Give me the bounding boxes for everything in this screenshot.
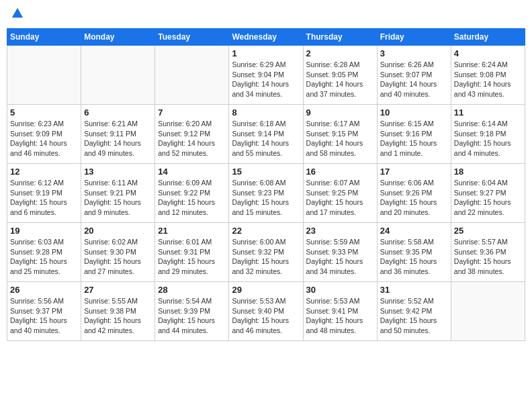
day-info: Sunrise: 6:08 AMSunset: 9:23 PMDaylight:…: [232, 178, 300, 218]
weekday-header: Saturday: [451, 29, 525, 46]
day-number: 9: [306, 107, 374, 118]
day-info: Sunrise: 5:56 AMSunset: 9:37 PMDaylight:…: [10, 296, 78, 336]
calendar-cell: 11Sunrise: 6:14 AMSunset: 9:18 PMDayligh…: [451, 105, 525, 164]
day-info: Sunrise: 5:55 AMSunset: 9:38 PMDaylight:…: [84, 296, 152, 336]
day-info: Sunrise: 5:52 AMSunset: 9:42 PMDaylight:…: [380, 296, 448, 336]
day-number: 21: [158, 226, 226, 236]
day-info: Sunrise: 5:53 AMSunset: 9:41 PMDaylight:…: [306, 296, 374, 336]
calendar-cell: 7Sunrise: 6:20 AMSunset: 9:12 PMDaylight…: [155, 105, 229, 164]
day-number: 11: [454, 107, 522, 118]
calendar-cell: 22Sunrise: 6:00 AMSunset: 9:32 PMDayligh…: [229, 223, 303, 282]
day-number: 23: [306, 226, 374, 236]
calendar-cell: 4Sunrise: 6:24 AMSunset: 9:08 PMDaylight…: [451, 46, 525, 105]
day-info: Sunrise: 5:57 AMSunset: 9:36 PMDaylight:…: [454, 237, 522, 277]
calendar-cell: 10Sunrise: 6:15 AMSunset: 9:16 PMDayligh…: [377, 105, 451, 164]
day-info: Sunrise: 6:12 AMSunset: 9:19 PMDaylight:…: [10, 178, 78, 218]
calendar-cell: 21Sunrise: 6:01 AMSunset: 9:31 PMDayligh…: [155, 223, 229, 282]
calendar-cell: [81, 46, 155, 105]
day-info: Sunrise: 6:06 AMSunset: 9:26 PMDaylight:…: [380, 178, 448, 218]
day-number: 27: [84, 285, 152, 295]
day-number: 26: [10, 285, 78, 295]
logo-icon: [11, 7, 24, 20]
calendar-cell: 15Sunrise: 6:08 AMSunset: 9:23 PMDayligh…: [229, 164, 303, 223]
day-number: 15: [232, 167, 300, 177]
day-info: Sunrise: 5:54 AMSunset: 9:39 PMDaylight:…: [158, 296, 226, 336]
calendar-cell: [451, 282, 525, 341]
calendar-cell: 2Sunrise: 6:28 AMSunset: 9:05 PMDaylight…: [303, 46, 377, 105]
day-info: Sunrise: 6:24 AMSunset: 9:08 PMDaylight:…: [454, 60, 522, 99]
calendar-cell: 20Sunrise: 6:02 AMSunset: 9:30 PMDayligh…: [81, 223, 155, 282]
day-info: Sunrise: 6:28 AMSunset: 9:05 PMDaylight:…: [306, 60, 374, 99]
calendar-cell: 1Sunrise: 6:29 AMSunset: 9:04 PMDaylight…: [229, 46, 303, 105]
calendar-cell: 27Sunrise: 5:55 AMSunset: 9:38 PMDayligh…: [81, 282, 155, 341]
calendar-cell: 29Sunrise: 5:53 AMSunset: 9:40 PMDayligh…: [229, 282, 303, 341]
day-number: 24: [380, 226, 448, 236]
calendar-table: SundayMondayTuesdayWednesdayThursdayFrid…: [7, 28, 525, 341]
week-row: 26Sunrise: 5:56 AMSunset: 9:37 PMDayligh…: [7, 282, 525, 341]
day-number: 19: [10, 226, 78, 236]
calendar-cell: 30Sunrise: 5:53 AMSunset: 9:41 PMDayligh…: [303, 282, 377, 341]
day-number: 6: [84, 107, 152, 118]
day-number: 16: [306, 167, 374, 177]
weekday-header: Tuesday: [155, 29, 229, 46]
day-info: Sunrise: 6:17 AMSunset: 9:15 PMDaylight:…: [306, 119, 374, 158]
day-number: 4: [454, 48, 522, 58]
weekday-header: Sunday: [7, 29, 81, 46]
svg-marker-0: [12, 8, 23, 18]
day-number: 20: [84, 226, 152, 236]
logo: [9, 7, 24, 23]
calendar-cell: 16Sunrise: 6:07 AMSunset: 9:25 PMDayligh…: [303, 164, 377, 223]
week-row: 12Sunrise: 6:12 AMSunset: 9:19 PMDayligh…: [7, 164, 525, 223]
day-info: Sunrise: 6:00 AMSunset: 9:32 PMDaylight:…: [232, 237, 300, 277]
calendar-cell: [155, 46, 229, 105]
calendar-cell: 19Sunrise: 6:03 AMSunset: 9:28 PMDayligh…: [7, 223, 81, 282]
day-number: 14: [158, 167, 226, 177]
day-info: Sunrise: 5:58 AMSunset: 9:35 PMDaylight:…: [380, 237, 448, 277]
day-info: Sunrise: 6:14 AMSunset: 9:18 PMDaylight:…: [454, 119, 522, 158]
calendar-cell: 8Sunrise: 6:18 AMSunset: 9:14 PMDaylight…: [229, 105, 303, 164]
day-info: Sunrise: 6:11 AMSunset: 9:21 PMDaylight:…: [84, 178, 152, 218]
day-info: Sunrise: 6:03 AMSunset: 9:28 PMDaylight:…: [10, 237, 78, 277]
calendar-cell: 31Sunrise: 5:52 AMSunset: 9:42 PMDayligh…: [377, 282, 451, 341]
calendar-cell: 3Sunrise: 6:26 AMSunset: 9:07 PMDaylight…: [377, 46, 451, 105]
calendar-cell: 25Sunrise: 5:57 AMSunset: 9:36 PMDayligh…: [451, 223, 525, 282]
day-info: Sunrise: 6:09 AMSunset: 9:22 PMDaylight:…: [158, 178, 226, 218]
calendar-cell: 24Sunrise: 5:58 AMSunset: 9:35 PMDayligh…: [377, 223, 451, 282]
calendar-cell: 13Sunrise: 6:11 AMSunset: 9:21 PMDayligh…: [81, 164, 155, 223]
day-number: 2: [306, 48, 374, 58]
week-row: 19Sunrise: 6:03 AMSunset: 9:28 PMDayligh…: [7, 223, 525, 282]
day-info: Sunrise: 6:01 AMSunset: 9:31 PMDaylight:…: [158, 237, 226, 277]
day-info: Sunrise: 6:15 AMSunset: 9:16 PMDaylight:…: [380, 119, 448, 158]
day-info: Sunrise: 6:20 AMSunset: 9:12 PMDaylight:…: [158, 119, 226, 158]
week-row: 1Sunrise: 6:29 AMSunset: 9:04 PMDaylight…: [7, 46, 525, 105]
day-number: 25: [454, 226, 522, 236]
day-info: Sunrise: 6:02 AMSunset: 9:30 PMDaylight:…: [84, 237, 152, 277]
calendar-cell: 28Sunrise: 5:54 AMSunset: 9:39 PMDayligh…: [155, 282, 229, 341]
weekday-header: Thursday: [303, 29, 377, 46]
calendar-cell: 5Sunrise: 6:23 AMSunset: 9:09 PMDaylight…: [7, 105, 81, 164]
day-info: Sunrise: 6:21 AMSunset: 9:11 PMDaylight:…: [84, 119, 152, 158]
day-number: 7: [158, 107, 226, 118]
day-number: 8: [232, 107, 300, 118]
day-number: 28: [158, 285, 226, 295]
calendar-cell: [7, 46, 81, 105]
day-info: Sunrise: 6:18 AMSunset: 9:14 PMDaylight:…: [232, 119, 300, 158]
day-number: 1: [232, 48, 300, 58]
day-number: 17: [380, 167, 448, 177]
week-row: 5Sunrise: 6:23 AMSunset: 9:09 PMDaylight…: [7, 105, 525, 164]
day-number: 29: [232, 285, 300, 295]
calendar-cell: 6Sunrise: 6:21 AMSunset: 9:11 PMDaylight…: [81, 105, 155, 164]
day-number: 5: [10, 107, 78, 118]
day-info: Sunrise: 5:59 AMSunset: 9:33 PMDaylight:…: [306, 237, 374, 277]
calendar-cell: 9Sunrise: 6:17 AMSunset: 9:15 PMDaylight…: [303, 105, 377, 164]
day-number: 10: [380, 107, 448, 118]
day-info: Sunrise: 6:29 AMSunset: 9:04 PMDaylight:…: [232, 60, 300, 99]
day-info: Sunrise: 5:53 AMSunset: 9:40 PMDaylight:…: [232, 296, 300, 336]
day-info: Sunrise: 6:23 AMSunset: 9:09 PMDaylight:…: [10, 119, 78, 158]
calendar-cell: 14Sunrise: 6:09 AMSunset: 9:22 PMDayligh…: [155, 164, 229, 223]
calendar-cell: 12Sunrise: 6:12 AMSunset: 9:19 PMDayligh…: [7, 164, 81, 223]
weekday-header: Friday: [377, 29, 451, 46]
page-header: [7, 7, 525, 23]
day-number: 3: [380, 48, 448, 58]
day-info: Sunrise: 6:26 AMSunset: 9:07 PMDaylight:…: [380, 60, 448, 99]
